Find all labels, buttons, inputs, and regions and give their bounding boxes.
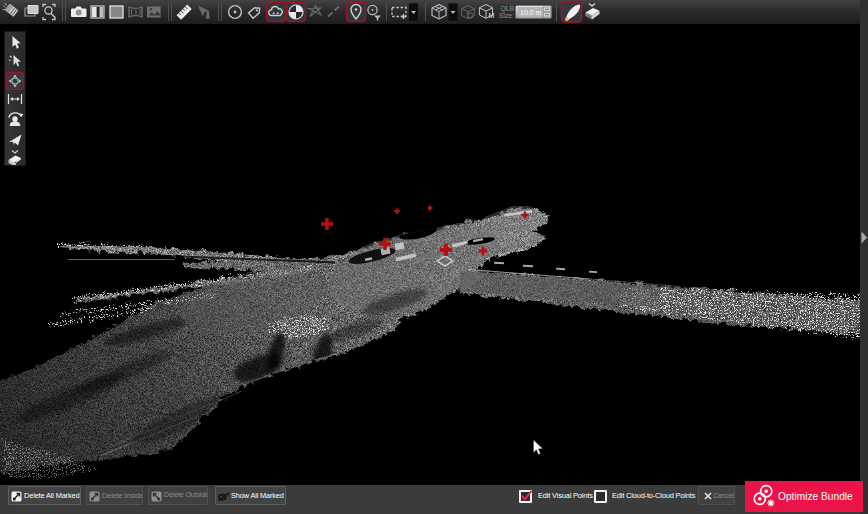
svg-text:10.0 m: 10.0 m [520, 9, 542, 16]
svg-text:M: M [489, 12, 495, 19]
svg-text:Size:: Size: [499, 12, 514, 19]
